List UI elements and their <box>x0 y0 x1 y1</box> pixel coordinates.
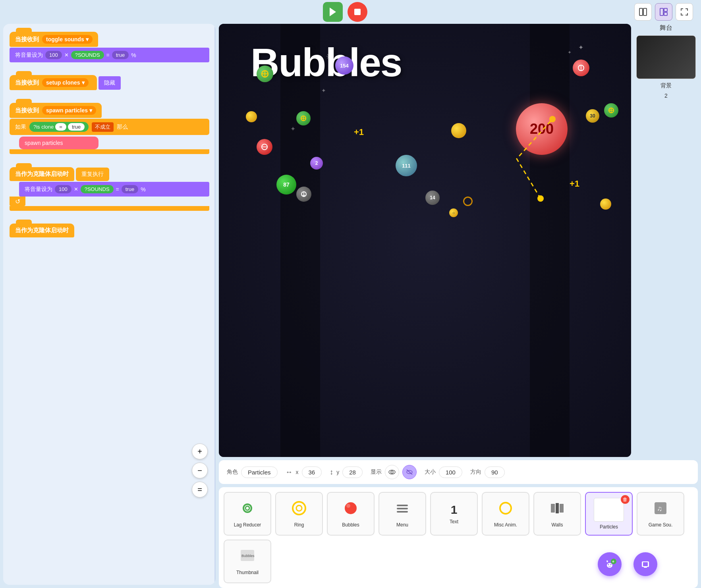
direction-field: 方向 90 <box>470 467 505 478</box>
delete-badge-Particles[interactable]: 🗑 <box>621 495 630 504</box>
hat-toggle-sounds[interactable]: 当接收到 toggle sounds <box>10 32 98 47</box>
set-volume-block-2: 将音量设为 100 ✕ ?SOUNDS = true % <box>19 182 209 197</box>
clone-condition: ?is clone = true <box>29 122 89 132</box>
big-bubble-value: 200 <box>530 121 554 137</box>
true-val-2: true <box>122 185 138 193</box>
sprite-card-particles[interactable]: 🗑Particles <box>585 492 633 536</box>
sparkle-1: ✳ <box>326 52 333 61</box>
zoom-fit-button[interactable]: = <box>192 482 208 497</box>
y-value[interactable]: 28 <box>342 467 363 478</box>
green-flag-button[interactable] <box>323 2 343 22</box>
sprite-card-misc-anim-[interactable]: Misc Anim. <box>482 492 529 536</box>
dropdown-setup-clones[interactable]: setup clones <box>42 78 89 87</box>
sprite-card-game-sou-[interactable]: ♫Game Sou. <box>637 492 684 536</box>
sparkle-2: ✦ <box>578 44 583 51</box>
bubble-gold-ring-1: ○ <box>449 208 458 217</box>
sprite-name-value[interactable]: Particles <box>241 467 278 478</box>
sprite-card-lag-reducer[interactable]: Lag Reducer <box>224 492 271 536</box>
zoom-out-button[interactable]: − <box>192 463 208 478</box>
svg-point-37 <box>500 503 511 514</box>
svg-rect-39 <box>556 503 559 513</box>
sprite-icon-misc <box>497 500 514 520</box>
sprite-icon-sound: ♫ <box>652 500 669 520</box>
bubble-30: 30 <box>586 109 599 123</box>
cat-fab-button[interactable]: + <box>598 552 622 576</box>
bubble-gold-3 <box>451 123 466 138</box>
when-clone-hat-2[interactable]: 当作为克隆体启动时 <box>10 224 74 237</box>
dropdown-toggle-sounds[interactable]: toggle sounds <box>42 35 93 44</box>
size-label: 大小 <box>425 468 436 476</box>
x-value[interactable]: 36 <box>302 467 322 478</box>
bubble-green-r <box>604 103 618 118</box>
svg-rect-5 <box>664 8 667 12</box>
svg-point-31 <box>296 505 302 511</box>
svg-rect-3 <box>643 8 647 15</box>
sprite-icon-menu <box>394 500 411 520</box>
sprite-card-thumbnail[interactable]: BubblesThumbnail <box>224 540 271 583</box>
x-label: x <box>296 469 299 475</box>
sprite-card-walls[interactable]: Walls <box>533 492 581 536</box>
hat-spawn-particles[interactable]: 当接收到 spawn particles <box>10 103 102 118</box>
zoom-controls: + − = <box>192 443 208 497</box>
size-value[interactable]: 100 <box>439 467 462 478</box>
stage-fab-button[interactable] <box>633 552 657 576</box>
hat-setup-clones[interactable]: 当接收到 setup clones <box>10 75 97 90</box>
svg-point-48 <box>610 564 612 565</box>
sprite-card-ring[interactable]: Ring <box>275 492 323 536</box>
when-clone-hat-1[interactable]: 当作为克隆体启动时 <box>10 167 74 181</box>
block-group-2: 当接收到 setup clones 隐藏 <box>10 75 209 90</box>
sprite-icon-ring <box>291 500 307 520</box>
svg-point-47 <box>608 564 609 565</box>
dropdown-spawn-particles[interactable]: spawn particles <box>42 106 96 115</box>
layout-controls <box>634 3 693 21</box>
svg-rect-1 <box>354 9 361 15</box>
bubble-red-mid <box>257 139 272 155</box>
game-canvas: Bubbles 200 +1 +1 <box>219 24 631 457</box>
sounds-var-2: ?SOUNDS <box>81 185 114 193</box>
svg-point-28 <box>243 504 251 512</box>
eq-1: = <box>106 52 110 58</box>
layout-btn-1[interactable] <box>634 3 652 21</box>
score-pop-1: +1 <box>354 127 364 137</box>
svg-point-33 <box>346 504 350 508</box>
bubble-gold-ring-2 <box>463 197 473 206</box>
svg-rect-54 <box>644 567 647 568</box>
sparkle-4: ✦ <box>321 87 326 94</box>
stop-button[interactable] <box>348 2 367 22</box>
direction-value[interactable]: 90 <box>485 467 505 478</box>
right-panel: Bubbles 200 +1 +1 <box>219 24 698 588</box>
sprite-name-3: Menu <box>396 522 408 528</box>
fullscreen-button[interactable] <box>676 3 693 21</box>
sprite-card-bubbles[interactable]: Bubbles <box>327 492 375 536</box>
bg-count: 2 <box>664 93 668 99</box>
bubble-green-87: 87 <box>276 175 296 195</box>
zoom-in-button[interactable]: + <box>192 443 208 459</box>
bubble-green-icon <box>296 111 311 125</box>
y-label: y <box>336 469 339 475</box>
bubble-green-tl <box>257 66 273 82</box>
if-block: 如果 ?is clone = true 不成立 那么 <box>10 119 209 135</box>
panel-divider <box>214 24 216 585</box>
sprite-icon-particles <box>594 498 624 522</box>
svg-rect-35 <box>397 508 408 509</box>
layout-btn-2[interactable] <box>655 3 672 21</box>
vol-num-2: 100 <box>55 185 71 193</box>
sprite-card-text[interactable]: 1Text <box>430 492 478 536</box>
sprite-name-7: Particles <box>600 524 618 530</box>
x-icon: ↔ <box>286 468 293 476</box>
sprite-name-0: Lag Reducer <box>234 522 261 528</box>
svg-point-25 <box>391 471 393 473</box>
svg-text:Bubbles: Bubbles <box>241 554 255 558</box>
stage-area: Bubbles 200 +1 +1 <box>219 24 698 457</box>
pct-1: % <box>131 52 136 58</box>
stage-label: 舞台 <box>660 24 672 32</box>
show-visible-btn[interactable] <box>385 465 399 479</box>
hat-label-2: 当接收到 <box>15 79 39 87</box>
bubble-red-tr <box>573 60 589 76</box>
stage-preview[interactable] <box>636 35 696 79</box>
sprite-card-menu[interactable]: Menu <box>379 492 426 536</box>
show-field: 显示 <box>371 465 417 479</box>
not-label: 不成立 <box>92 122 114 132</box>
y-field: ↕ y 28 <box>330 467 363 478</box>
show-hidden-btn[interactable] <box>402 465 417 479</box>
